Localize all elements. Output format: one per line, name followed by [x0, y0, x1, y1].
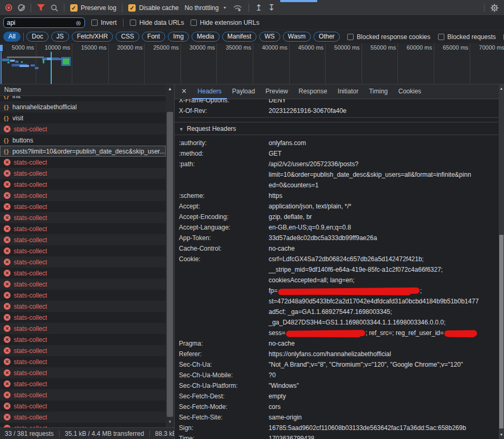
request-row-stats-collect[interactable]: stats-collect: [0, 279, 166, 290]
blocked-response-cookies-checkbox[interactable]: [347, 34, 354, 40]
clear-filter-icon[interactable]: ⊗: [75, 20, 81, 26]
type-filter-pill-other[interactable]: Other: [313, 32, 340, 42]
request-row-hannahelizabethofficial[interactable]: {}hannahelizabethofficial: [0, 101, 166, 112]
preserve-log-checkbox[interactable]: [70, 4, 78, 12]
blocked-requests-toggle[interactable]: Blocked requests: [438, 33, 496, 41]
request-row-posts-limit-10-order-publish-d[interactable]: {}posts?limit=10&order=publish_date_desc…: [0, 146, 166, 157]
name-column-header[interactable]: Name: [0, 84, 174, 96]
hide-extension-urls-checkbox[interactable]: [191, 20, 197, 26]
type-filter-pill-doc[interactable]: Doc: [26, 32, 48, 42]
record-button[interactable]: [5, 4, 12, 11]
request-row-stats-collect[interactable]: stats-collect: [0, 168, 166, 179]
clear-button[interactable]: [18, 4, 25, 11]
request-row-stats-collect[interactable]: stats-collect: [0, 268, 166, 279]
scroll-down-icon[interactable]: ▼: [166, 419, 174, 424]
request-row-stats-collect[interactable]: stats-collect: [0, 179, 166, 190]
header-value: ?0: [269, 370, 499, 380]
network-conditions-icon[interactable]: [232, 4, 243, 12]
filter-input[interactable]: api ⊗: [3, 17, 85, 28]
scrollbar-thumb[interactable]: [499, 235, 503, 428]
waterfall-overview[interactable]: 5000 ms10000 ms15000 ms20000 ms25000 ms3…: [0, 43, 504, 84]
preserve-log-toggle[interactable]: Preserve log: [70, 4, 116, 12]
type-filter-pill-wasm[interactable]: Wasm: [283, 32, 311, 42]
request-name: stats-collect: [14, 126, 47, 133]
details-scrollbar[interactable]: ▲ ▼: [499, 84, 504, 439]
disable-cache-toggle[interactable]: Disable cache: [128, 4, 178, 12]
export-har-icon[interactable]: ↧: [268, 4, 275, 12]
json-icon: {}: [4, 148, 9, 155]
request-row-stats-collect[interactable]: stats-collect: [0, 234, 166, 245]
request-row-stats-collect[interactable]: stats-collect: [0, 256, 166, 268]
import-har-icon[interactable]: ↥: [255, 4, 262, 12]
tab-payload[interactable]: Payload: [227, 84, 260, 99]
request-row-stats-collect[interactable]: stats-collect: [0, 312, 166, 323]
tab-initiator[interactable]: Initiator: [332, 84, 364, 99]
blocked-requests-checkbox[interactable]: [438, 34, 444, 40]
request-row-stats-collect[interactable]: stats-collect: [0, 400, 166, 412]
hide-data-urls-checkbox[interactable]: [130, 20, 136, 26]
request-row-stats-collect[interactable]: stats-collect: [0, 290, 166, 301]
tab-timing[interactable]: Timing: [364, 84, 393, 99]
scroll-up-icon[interactable]: ▲: [499, 87, 504, 90]
header-value: no-cache: [269, 338, 499, 349]
search-icon[interactable]: [51, 4, 58, 12]
request-row-stats-collect[interactable]: stats-collect: [0, 212, 166, 223]
request-row-stats-collect[interactable]: stats-collect: [0, 334, 166, 345]
type-filter-pill-all[interactable]: All: [3, 32, 21, 42]
request-row-stats-collect[interactable]: stats-collect: [0, 345, 166, 356]
request-row-stats-collect[interactable]: stats-collect: [0, 323, 166, 334]
invert-toggle[interactable]: Invert: [91, 19, 117, 26]
request-row-visit[interactable]: {}visit: [0, 112, 166, 123]
close-icon[interactable]: ×: [175, 87, 192, 97]
request-row-stats-collect[interactable]: stats-collect: [0, 356, 166, 367]
hide-extension-urls-toggle[interactable]: Hide extension URLs: [191, 19, 260, 26]
response-headers-tail: X-Of-Rev: 202312261916-30670fa40e: [179, 106, 499, 118]
type-filter-pill-media[interactable]: Media: [192, 32, 220, 42]
type-filter-pill-js[interactable]: JS: [51, 32, 69, 42]
error-icon: [4, 236, 11, 243]
toolbar-divider: [64, 4, 64, 12]
request-row-stats-collect[interactable]: stats-collect: [0, 389, 166, 400]
type-filter-pill-img[interactable]: Img: [168, 32, 189, 42]
filter-icon[interactable]: [37, 4, 45, 11]
toolbar-divider: [31, 4, 31, 12]
request-row-stats-collect[interactable]: stats-collect: [0, 190, 166, 201]
type-filter-pill-css[interactable]: CSS: [116, 32, 139, 42]
request-headers-section[interactable]: ▼Request Headers: [175, 122, 499, 135]
scrollbar-thumb[interactable]: [167, 112, 173, 417]
cookie-line: ad5cf; _ga=GA1.1.689275447.1698003345;: [269, 307, 492, 317]
request-row-stats-collect[interactable]: stats-collect: [0, 423, 166, 427]
scroll-down-icon[interactable]: ▼: [499, 433, 504, 436]
gear-icon[interactable]: [490, 4, 499, 12]
request-row-buttons[interactable]: {}buttons: [0, 135, 166, 146]
disable-cache-checkbox[interactable]: [128, 4, 136, 12]
blocked-response-cookies-toggle[interactable]: Blocked response cookies: [347, 33, 430, 41]
tab-headers[interactable]: Headers: [192, 84, 226, 99]
request-row-stats-collect[interactable]: stats-collect: [0, 412, 166, 423]
requests-scrollbar[interactable]: ▲ ▼: [166, 84, 174, 427]
toolbar-divider: [249, 4, 249, 12]
type-filter-pill-fetch-xhr[interactable]: Fetch/XHR: [72, 32, 113, 42]
request-row-stats-collect[interactable]: stats-collect: [0, 245, 166, 256]
tab-cookies[interactable]: Cookies: [393, 84, 426, 99]
request-row-stats-collect[interactable]: stats-collect: [0, 157, 166, 168]
request-row-stats-collect[interactable]: stats-collect: [0, 123, 166, 135]
request-row-stats-collect[interactable]: stats-collect: [0, 367, 166, 378]
invert-checkbox[interactable]: [91, 20, 98, 26]
request-row-stats-collect[interactable]: stats-collect: [0, 378, 166, 389]
header-name: :path:: [179, 159, 269, 190]
request-row-init[interactable]: {}init: [0, 96, 166, 101]
hide-data-urls-toggle[interactable]: Hide data URLs: [130, 19, 184, 26]
type-filter-pill-font[interactable]: Font: [142, 32, 165, 42]
request-row-stats-collect[interactable]: stats-collect: [0, 301, 166, 312]
request-row-stats-collect[interactable]: stats-collect: [0, 201, 166, 212]
tab-preview[interactable]: Preview: [260, 84, 293, 99]
request-name: posts?limit=10&order=publish_date_desc&s…: [13, 148, 165, 155]
type-filter-pill-ws[interactable]: WS: [259, 32, 280, 42]
throttling-dropdown[interactable]: No throttling ▼: [185, 4, 227, 12]
request-row-stats-collect[interactable]: stats-collect: [0, 223, 166, 234]
tab-response[interactable]: Response: [293, 84, 332, 99]
scroll-up-icon[interactable]: ▲: [166, 87, 174, 91]
cookie-line: st=472d48a90d5433bfc2a2d17042e4dfdcafd31…: [269, 296, 492, 307]
type-filter-pill-manifest[interactable]: Manifest: [222, 32, 256, 42]
